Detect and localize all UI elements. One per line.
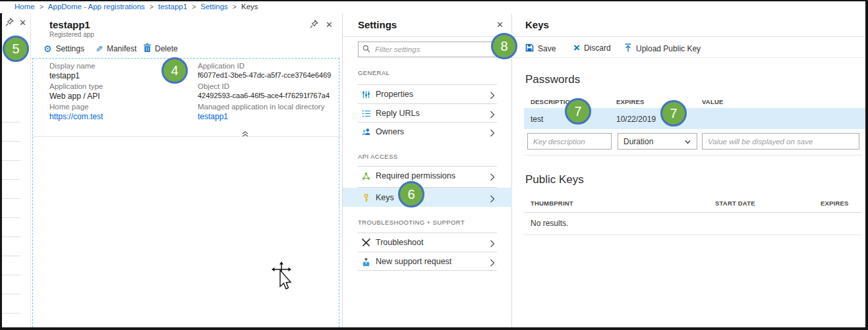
settings-button-label: Settings (56, 44, 84, 53)
application-id-value: f6077ed1-3be5-47dc-a5f7-cce3764e6469 (198, 71, 331, 79)
settings-item-properties[interactable]: Properties (343, 85, 512, 103)
application-id-label: Application ID (198, 62, 331, 70)
annotation-number: 6 (407, 187, 415, 202)
app-blade-subtitle: Registered app (49, 31, 94, 38)
settings-blade-title: Settings (358, 19, 397, 30)
managed-application-label: Managed application in local directory (198, 103, 324, 111)
frame-bottom (0, 327, 868, 330)
discard-button[interactable]: × Discard (573, 42, 611, 54)
password-row-description: test (531, 115, 543, 124)
frame-left (0, 13, 2, 330)
rail-divider (2, 179, 20, 180)
settings-item-owners[interactable]: Owners (343, 123, 512, 140)
passwords-col-value: VALUE (702, 98, 724, 105)
essentials-bottom-divider (32, 136, 342, 137)
filter-settings-input[interactable] (374, 45, 492, 54)
settings-item-label: Keys (376, 193, 394, 202)
frame-top (0, 0, 868, 1)
section-label-troubleshooting: TROUBLESHOOTING + SUPPORT (358, 219, 465, 226)
close-icon[interactable]: ✕ (326, 20, 333, 29)
passwords-bottom-divider (524, 155, 861, 155)
breadcrumb-settings[interactable]: Settings (200, 3, 228, 11)
breadcrumb-separator: > (192, 3, 196, 11)
passwords-heading: Passwords (525, 73, 580, 86)
annotation-circle-5: 5 (3, 36, 29, 62)
public-keys-col-expires: EXPIRES (821, 200, 849, 207)
settings-item-keys[interactable]: Keys (343, 188, 512, 207)
settings-item-label: Reply URLs (376, 109, 420, 118)
save-button-label: Save (538, 44, 556, 53)
chevron-right-icon (490, 258, 495, 269)
managed-application-link[interactable]: testapp1 (198, 112, 324, 121)
settings-item-required-permissions[interactable]: Required permissions (343, 167, 512, 184)
settings-item-troubleshoot[interactable]: Troubleshoot (343, 233, 512, 251)
settings-blade: Settings ✕ GENERAL Properties Reply URLs (343, 14, 512, 327)
keys-header-divider (512, 36, 865, 37)
settings-item-reply-urls[interactable]: Reply URLs (343, 104, 512, 122)
close-icon[interactable]: ✕ (496, 20, 504, 29)
keys-blade-title: Keys (525, 19, 549, 30)
key-description-input[interactable] (527, 133, 612, 150)
annotation-circle-6: 6 (398, 181, 424, 207)
settings-item-label: Owners (376, 127, 404, 136)
delete-button-label: Delete (155, 44, 178, 53)
settings-header-divider (343, 36, 511, 37)
close-icon[interactable]: ✕ (19, 18, 26, 27)
application-type-label: Application type (49, 82, 103, 90)
save-button[interactable]: Save (525, 43, 556, 55)
tools-icon (362, 238, 370, 246)
rail-divider (2, 217, 20, 218)
upload-public-key-button[interactable]: Upload Public Key (624, 43, 701, 55)
rail-divider (2, 275, 20, 275)
rail-divider (2, 294, 20, 294)
public-keys-heading: Public Keys (525, 173, 584, 186)
manifest-button-label: Manifest (107, 44, 136, 53)
gear-icon: ⚙ (43, 44, 52, 53)
settings-item-label: New support request (376, 257, 451, 266)
annotation-number: 7 (670, 106, 677, 121)
delete-button[interactable]: Delete (144, 43, 178, 55)
breadcrumb-app-registrations[interactable]: AppDome - App registrations (48, 3, 145, 11)
discard-button-label: Discard (584, 43, 611, 53)
breadcrumb-keys: Keys (241, 3, 258, 11)
pin-icon[interactable] (5, 18, 14, 28)
object-id-field: Object ID 42492593-caa6-46f5-ace4-f76291… (198, 82, 330, 99)
breadcrumb-home[interactable]: Home (14, 3, 35, 11)
rail-divider (2, 141, 20, 142)
chevron-right-icon (490, 172, 495, 184)
sliders-icon (362, 90, 370, 98)
home-page-field: Home page https://com.test (49, 103, 103, 121)
chevron-right-icon (490, 238, 495, 250)
public-keys-empty-text: No results. (531, 219, 568, 228)
pin-icon[interactable] (310, 20, 318, 30)
duration-select[interactable]: Duration (618, 133, 697, 150)
upload-public-key-label: Upload Public Key (636, 44, 701, 53)
breadcrumb-separator: > (150, 3, 154, 11)
public-keys-col-start-date: START DATE (715, 200, 755, 207)
key-value-input[interactable] (702, 133, 859, 150)
move-cursor-icon (271, 261, 293, 294)
section-label-api-access: API ACCESS (358, 153, 398, 160)
application-id-field: Application ID f6077ed1-3be5-47dc-a5f7-c… (198, 62, 331, 79)
frame-right (865, 0, 868, 330)
public-keys-bottom-divider (524, 234, 861, 235)
annotation-circle-7b: 7 (660, 100, 687, 126)
passwords-col-expires: EXPIRES (616, 98, 645, 105)
chevron-right-icon (490, 194, 495, 206)
display-name-label: Display name (49, 62, 96, 70)
collapse-essentials-button[interactable] (242, 128, 248, 140)
settings-item-label: Troubleshoot (376, 238, 424, 247)
list-icon (362, 109, 370, 117)
duration-select-value: Duration (623, 137, 653, 146)
settings-item-new-support-request[interactable]: New support request (343, 252, 512, 270)
settings-button[interactable]: ⚙ Settings (43, 43, 84, 55)
annotation-number: 7 (574, 104, 581, 119)
object-id-label: Object ID (198, 82, 330, 90)
manifest-button[interactable]: ✎ Manifest (96, 43, 136, 55)
annotation-number: 5 (12, 41, 19, 57)
rail-divider (2, 256, 20, 256)
breadcrumb-testapp1[interactable]: testapp1 (158, 3, 187, 11)
home-page-link[interactable]: https://com.test (49, 112, 103, 121)
chevron-right-icon (490, 90, 495, 102)
chevron-right-icon (490, 128, 495, 140)
